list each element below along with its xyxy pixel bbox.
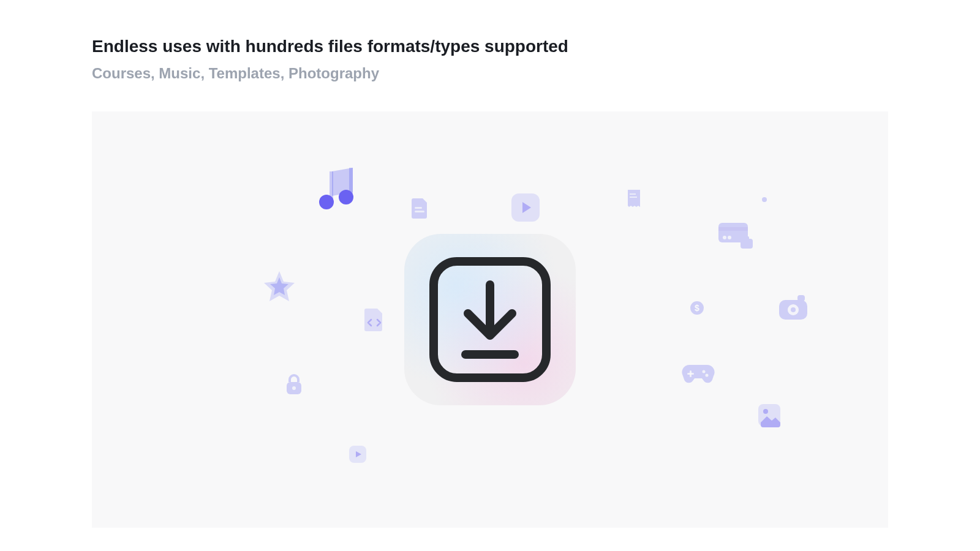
credit-card-icon bbox=[717, 222, 754, 251]
svg-rect-14 bbox=[718, 227, 748, 231]
dot-icon bbox=[761, 196, 768, 203]
svg-rect-22 bbox=[797, 295, 805, 301]
lock-icon bbox=[285, 373, 303, 395]
svg-rect-10 bbox=[630, 193, 636, 195]
star-icon bbox=[262, 269, 297, 304]
svg-point-30 bbox=[706, 374, 709, 377]
play-icon bbox=[511, 193, 540, 222]
music-note-icon bbox=[318, 168, 359, 211]
camera-icon bbox=[778, 294, 809, 321]
svg-point-5 bbox=[319, 195, 334, 209]
play-small-icon bbox=[349, 446, 366, 463]
svg-rect-3 bbox=[330, 171, 333, 200]
section-subtitle: Courses, Music, Templates, Photography bbox=[92, 65, 888, 82]
center-download-tile bbox=[404, 234, 576, 405]
svg-point-15 bbox=[723, 236, 726, 239]
illustration-canvas: $ bbox=[92, 111, 888, 528]
svg-point-32 bbox=[763, 409, 768, 414]
svg-rect-4 bbox=[349, 168, 353, 193]
svg-point-29 bbox=[703, 370, 706, 373]
svg-rect-11 bbox=[630, 197, 637, 198]
svg-rect-7 bbox=[415, 207, 422, 209]
download-icon bbox=[429, 255, 551, 384]
svg-point-24 bbox=[791, 307, 796, 312]
section-title: Endless uses with hundreds files formats… bbox=[92, 37, 888, 56]
receipt-icon bbox=[627, 190, 641, 209]
marketing-section: Endless uses with hundreds files formats… bbox=[0, 0, 980, 528]
svg-rect-18 bbox=[744, 236, 749, 241]
svg-rect-8 bbox=[415, 211, 424, 212]
svg-rect-28 bbox=[687, 373, 694, 375]
document-icon bbox=[411, 197, 429, 219]
dollar-icon: $ bbox=[690, 301, 704, 315]
svg-point-6 bbox=[339, 190, 353, 204]
code-file-icon bbox=[364, 307, 385, 332]
svg-point-16 bbox=[728, 236, 731, 239]
svg-point-12 bbox=[762, 197, 767, 202]
gamepad-icon bbox=[682, 362, 715, 386]
svg-point-26 bbox=[292, 386, 296, 390]
image-icon bbox=[757, 403, 782, 427]
svg-text:$: $ bbox=[695, 303, 699, 313]
